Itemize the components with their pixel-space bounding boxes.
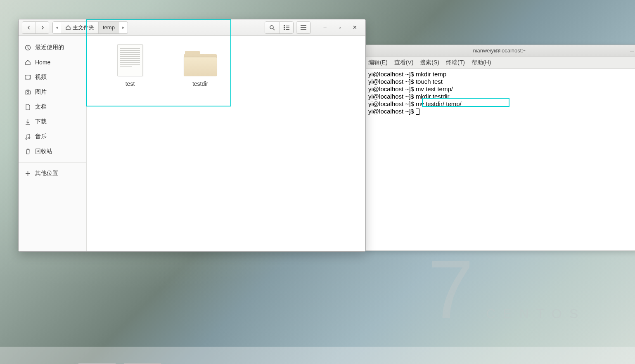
chevron-left-icon xyxy=(27,26,31,30)
taskbar[interactable] xyxy=(0,347,635,364)
file-manager-content[interactable]: test testdir xyxy=(87,36,365,251)
os-version: 7 xyxy=(428,257,474,323)
minimize-icon[interactable]: – xyxy=(630,46,634,55)
terminal-cursor xyxy=(416,109,419,115)
home-icon xyxy=(65,25,71,31)
svg-line-1 xyxy=(273,28,275,30)
hamburger-icon xyxy=(301,25,306,30)
sidebar-label: 其他位置 xyxy=(35,170,58,177)
trash-icon xyxy=(24,148,31,155)
sidebar-item-recent[interactable]: 最近使用的 xyxy=(19,40,86,55)
svg-point-0 xyxy=(270,26,273,29)
svg-point-21 xyxy=(28,137,30,139)
svg-point-20 xyxy=(26,138,27,139)
centos-logo: 7 CENTOS xyxy=(428,257,585,323)
term-line: yi@localhost ~]$ mkdir temp xyxy=(368,71,446,78)
file-item-test[interactable]: test xyxy=(107,44,153,87)
file-manager-window[interactable]: ◂ 主文件夹 temp ▸ xyxy=(18,19,366,252)
terminal-body[interactable]: yi@localhost ~]$ mkdir temp yi@localhost… xyxy=(366,69,635,251)
search-icon xyxy=(269,25,275,31)
home-icon xyxy=(24,59,31,66)
close-icon: ✕ xyxy=(353,24,357,31)
svg-rect-19 xyxy=(27,90,29,91)
separator xyxy=(19,162,86,163)
svg-point-16 xyxy=(29,78,30,78)
music-icon xyxy=(24,133,31,140)
text-file-icon xyxy=(117,44,143,76)
sidebar-item-trash[interactable]: 回收站 xyxy=(19,144,86,159)
video-icon xyxy=(24,74,31,80)
folder-item-label: testdir xyxy=(192,80,208,87)
svg-point-13 xyxy=(26,76,26,76)
plus-icon xyxy=(24,170,31,177)
hamburger-button[interactable] xyxy=(296,22,310,33)
svg-point-15 xyxy=(29,76,30,76)
clock-icon xyxy=(24,44,31,51)
terminal-title: nianweiyi@localhost:~ xyxy=(369,47,630,54)
breadcrumb-current-label: temp xyxy=(103,24,115,31)
chevron-right-icon xyxy=(40,26,45,30)
sidebar: 最近使用的 Home 视频 图片 文档 下载 xyxy=(19,36,87,251)
sidebar-label: 回收站 xyxy=(35,148,52,155)
svg-point-14 xyxy=(26,78,26,78)
terminal-menubar: 编辑(E) 查看(V) 搜索(S) 终端(T) 帮助(H) xyxy=(366,57,635,69)
sidebar-label: 最近使用的 xyxy=(35,44,64,51)
chevron-left-icon[interactable]: ◂ xyxy=(53,25,61,30)
term-line: yi@localhost ~]$ mv testdir/ temp/ xyxy=(368,100,462,107)
breadcrumb-home-label: 主文件夹 xyxy=(73,24,94,31)
sidebar-item-documents[interactable]: 文档 xyxy=(19,99,86,114)
breadcrumb: ◂ 主文件夹 temp ▸ xyxy=(52,21,128,34)
folder-icon xyxy=(184,50,217,76)
sidebar-item-other[interactable]: 其他位置 xyxy=(19,166,86,181)
search-button[interactable] xyxy=(265,22,279,33)
svg-rect-7 xyxy=(286,29,289,30)
maximize-icon: ▫ xyxy=(339,24,341,31)
close-button[interactable]: ✕ xyxy=(347,22,362,33)
menu-help[interactable]: 帮助(H) xyxy=(472,59,491,66)
svg-rect-2 xyxy=(284,25,285,26)
document-icon xyxy=(24,104,31,110)
view-toggle-button[interactable] xyxy=(279,22,293,33)
svg-rect-3 xyxy=(286,26,289,26)
svg-rect-6 xyxy=(284,29,285,30)
sidebar-label: 音乐 xyxy=(35,133,47,140)
breadcrumb-home[interactable]: 主文件夹 xyxy=(61,22,99,33)
chevron-right-icon[interactable]: ▸ xyxy=(119,25,128,30)
list-view-icon xyxy=(284,25,289,30)
svg-rect-4 xyxy=(284,27,285,28)
sidebar-item-downloads[interactable]: 下载 xyxy=(19,114,86,129)
terminal-window[interactable]: nianweiyi@localhost:~ – 编辑(E) 查看(V) 搜索(S… xyxy=(365,45,635,251)
sidebar-item-home[interactable]: Home xyxy=(19,55,86,70)
sidebar-label: Home xyxy=(35,59,50,66)
breadcrumb-current[interactable]: temp xyxy=(99,22,119,33)
download-icon xyxy=(24,118,31,125)
sidebar-label: 下载 xyxy=(35,118,47,125)
term-line: yi@localhost ~]$ xyxy=(368,108,419,115)
file-manager-toolbar: ◂ 主文件夹 temp ▸ xyxy=(19,19,365,36)
sidebar-label: 图片 xyxy=(35,88,47,96)
sidebar-item-videos[interactable]: 视频 xyxy=(19,70,86,85)
term-line: yi@localhost ~]$ mv test temp/ xyxy=(368,85,453,92)
svg-rect-5 xyxy=(286,27,289,28)
forward-button[interactable] xyxy=(36,22,49,33)
minimize-button[interactable]: – xyxy=(318,22,332,33)
camera-icon xyxy=(24,89,31,95)
folder-item-testdir[interactable]: testdir xyxy=(178,44,223,87)
sidebar-item-pictures[interactable]: 图片 xyxy=(19,85,86,99)
menu-view[interactable]: 查看(V) xyxy=(394,59,414,66)
term-line: yi@localhost ~]$ touch test xyxy=(368,78,443,85)
sidebar-item-music[interactable]: 音乐 xyxy=(19,129,86,144)
menu-terminal[interactable]: 终端(T) xyxy=(446,59,465,66)
maximize-button[interactable]: ▫ xyxy=(332,22,347,33)
sidebar-label: 文档 xyxy=(35,103,47,111)
file-item-label: test xyxy=(126,80,135,87)
term-line: yi@localhost ~]$ mkdir testdir xyxy=(368,93,450,100)
terminal-titlebar[interactable]: nianweiyi@localhost:~ – xyxy=(366,45,635,57)
svg-point-18 xyxy=(27,92,29,94)
sidebar-label: 视频 xyxy=(35,73,47,81)
nav-group xyxy=(22,21,49,34)
back-button[interactable] xyxy=(22,22,36,33)
menu-search[interactable]: 搜索(S) xyxy=(420,59,439,66)
os-label: CENTOS xyxy=(486,306,585,321)
menu-edit[interactable]: 编辑(E) xyxy=(368,59,388,66)
